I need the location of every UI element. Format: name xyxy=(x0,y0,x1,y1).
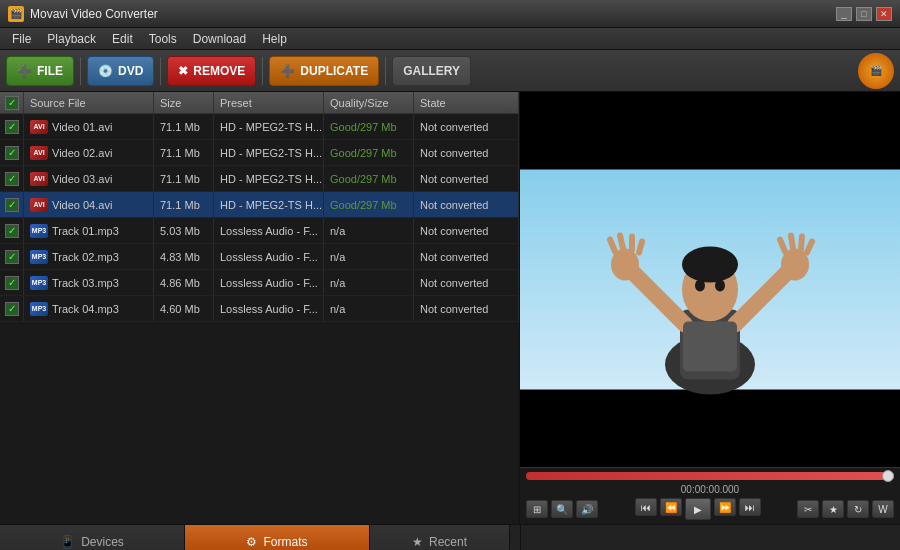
tab-devices[interactable]: 📱 Devices xyxy=(0,525,185,550)
row-checkbox-cell: ✓ xyxy=(0,244,24,269)
svg-point-18 xyxy=(715,280,725,292)
svg-line-15 xyxy=(801,237,802,250)
svg-rect-19 xyxy=(683,322,737,372)
video-icon: AVI xyxy=(30,198,48,212)
app-title: Movavi Video Converter xyxy=(30,7,836,21)
add-dvd-button[interactable]: 💿 DVD xyxy=(87,56,154,86)
main-content: ✓ Source File Size Preset Quality/Size S… xyxy=(0,92,900,524)
gallery-button[interactable]: GALLERY xyxy=(392,56,471,86)
remove-button[interactable]: ✖ REMOVE xyxy=(167,56,256,86)
subtitle-btn[interactable]: W xyxy=(872,500,894,518)
progress-fill xyxy=(526,472,894,480)
remove-icon: ✖ xyxy=(178,64,188,78)
row-quality: Good/297 Mb xyxy=(324,114,414,139)
movavi-logo: 🎬 xyxy=(858,53,894,89)
next-frame-btn[interactable]: ⏩ xyxy=(714,498,736,516)
row-preset: Lossless Audio - F... xyxy=(214,244,324,269)
row-checkbox[interactable]: ✓ xyxy=(5,198,19,212)
skip-start-btn[interactable]: ⏮ xyxy=(635,498,657,516)
table-row[interactable]: ✓ MP3 Track 04.mp3 4.60 Mb Lossless Audi… xyxy=(0,296,519,322)
separator xyxy=(80,57,81,85)
effects-btn[interactable]: ★ xyxy=(822,500,844,518)
row-size: 4.83 Mb xyxy=(154,244,214,269)
row-name: AVI Video 03.avi xyxy=(24,166,154,191)
gear-icon: ⚙ xyxy=(246,535,257,549)
audio-btn[interactable]: 🔊 xyxy=(576,500,598,518)
audio-icon: MP3 xyxy=(30,302,48,316)
file-rows-container: ✓ AVI Video 01.avi 71.1 Mb HD - MPEG2-TS… xyxy=(0,114,519,322)
row-name: MP3 Track 03.mp3 xyxy=(24,270,154,295)
menu-tools[interactable]: Tools xyxy=(141,30,185,48)
header-checkbox: ✓ xyxy=(0,92,24,113)
menu-edit[interactable]: Edit xyxy=(104,30,141,48)
center-controls: ⏮ ⏪ ▶ ⏩ ⏭ xyxy=(635,498,761,520)
duplicate-button[interactable]: ➕ DUPLICATE xyxy=(269,56,379,86)
row-checkbox-cell: ✓ xyxy=(0,192,24,217)
table-row[interactable]: ✓ MP3 Track 02.mp3 4.83 Mb Lossless Audi… xyxy=(0,244,519,270)
crop-btn[interactable]: ✂ xyxy=(797,500,819,518)
row-name: AVI Video 04.avi xyxy=(24,192,154,217)
table-row[interactable]: ✓ AVI Video 02.avi 71.1 Mb HD - MPEG2-TS… xyxy=(0,140,519,166)
row-name: MP3 Track 01.mp3 xyxy=(24,218,154,243)
separator xyxy=(262,57,263,85)
header-source: Source File xyxy=(24,92,154,113)
left-tabs: 📱 Devices ⚙ Formats ★ Recent xyxy=(0,525,520,550)
playback-bar: 00:00:00.000 ⊞ 🔍 🔊 ⏮ ⏪ ▶ ⏩ ⏭ ✂ ★ ↻ xyxy=(520,467,900,524)
table-row[interactable]: ✓ AVI Video 03.avi 71.1 Mb HD - MPEG2-TS… xyxy=(0,166,519,192)
row-state: Not converted xyxy=(414,296,519,321)
menu-help[interactable]: Help xyxy=(254,30,295,48)
tab-formats-label: Formats xyxy=(263,535,307,549)
menu-file[interactable]: File xyxy=(4,30,39,48)
dvd-icon: 💿 xyxy=(98,64,113,78)
skip-end-btn[interactable]: ⏭ xyxy=(739,498,761,516)
table-row[interactable]: ✓ AVI Video 01.avi 71.1 Mb HD - MPEG2-TS… xyxy=(0,114,519,140)
menu-download[interactable]: Download xyxy=(185,30,254,48)
row-size: 71.1 Mb xyxy=(154,192,214,217)
progress-bar[interactable] xyxy=(526,472,894,480)
right-controls: ✂ ★ ↻ W xyxy=(797,500,894,518)
video-icon: AVI xyxy=(30,146,48,160)
view-mode-btn[interactable]: ⊞ xyxy=(526,500,548,518)
row-state: Not converted xyxy=(414,244,519,269)
table-row[interactable]: ✓ MP3 Track 03.mp3 4.86 Mb Lossless Audi… xyxy=(0,270,519,296)
tab-recent-label: Recent xyxy=(429,535,467,549)
minimize-button[interactable]: _ xyxy=(836,7,852,21)
menu-playback[interactable]: Playback xyxy=(39,30,104,48)
row-state: Not converted xyxy=(414,270,519,295)
row-preset: HD - MPEG2-TS H... xyxy=(214,192,324,217)
tab-formats[interactable]: ⚙ Formats xyxy=(185,525,370,550)
table-row[interactable]: ✓ MP3 Track 01.mp3 5.03 Mb Lossless Audi… xyxy=(0,218,519,244)
row-checkbox[interactable]: ✓ xyxy=(5,224,19,238)
header-state: State xyxy=(414,92,519,113)
left-controls: ⊞ 🔍 🔊 xyxy=(526,500,598,518)
row-checkbox[interactable]: ✓ xyxy=(5,146,19,160)
table-row[interactable]: ✓ AVI Video 04.avi 71.1 Mb HD - MPEG2-TS… xyxy=(0,192,519,218)
row-quality: n/a xyxy=(324,270,414,295)
video-panel: 00:00:00.000 ⊞ 🔍 🔊 ⏮ ⏪ ▶ ⏩ ⏭ ✂ ★ ↻ xyxy=(520,92,900,524)
zoom-btn[interactable]: 🔍 xyxy=(551,500,573,518)
toolbar: ➕ FILE 💿 DVD ✖ REMOVE ➕ DUPLICATE GALLER… xyxy=(0,50,900,92)
audio-icon: MP3 xyxy=(30,224,48,238)
play-button[interactable]: ▶ xyxy=(685,498,711,520)
bottom-tabs: 📱 Devices ⚙ Formats ★ Recent xyxy=(0,524,900,550)
close-button[interactable]: ✕ xyxy=(876,7,892,21)
select-all-checkbox[interactable]: ✓ xyxy=(5,96,19,110)
row-size: 4.86 Mb xyxy=(154,270,214,295)
row-checkbox[interactable]: ✓ xyxy=(5,250,19,264)
row-checkbox[interactable]: ✓ xyxy=(5,276,19,290)
svg-line-8 xyxy=(620,236,623,249)
tab-recent[interactable]: ★ Recent xyxy=(370,525,510,550)
prev-frame-btn[interactable]: ⏪ xyxy=(660,498,682,516)
add-file-button[interactable]: ➕ FILE xyxy=(6,56,74,86)
rotate-btn[interactable]: ↻ xyxy=(847,500,869,518)
time-display: 00:00:00.000 xyxy=(526,484,894,495)
svg-line-14 xyxy=(791,236,793,249)
maximize-button[interactable]: □ xyxy=(856,7,872,21)
row-checkbox[interactable]: ✓ xyxy=(5,302,19,316)
row-checkbox[interactable]: ✓ xyxy=(5,120,19,134)
row-size: 5.03 Mb xyxy=(154,218,214,243)
row-state: Not converted xyxy=(414,140,519,165)
row-quality: n/a xyxy=(324,244,414,269)
video-icon: AVI xyxy=(30,172,48,186)
row-checkbox[interactable]: ✓ xyxy=(5,172,19,186)
